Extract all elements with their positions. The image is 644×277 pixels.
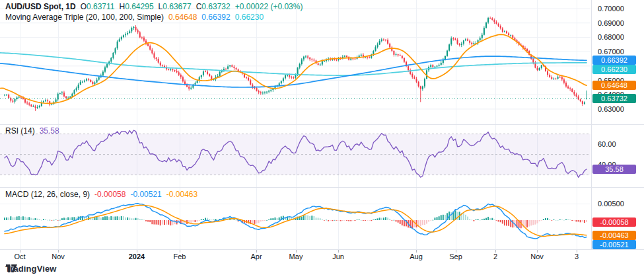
candle — [418, 82, 419, 87]
candle — [133, 27, 134, 28]
candle — [160, 63, 161, 65]
candle — [168, 69, 169, 70]
candle — [225, 69, 227, 69]
candle — [465, 39, 466, 40]
candle — [582, 101, 583, 104]
candle — [32, 106, 34, 107]
candle — [320, 65, 321, 65]
candle — [287, 75, 288, 76]
candle — [375, 47, 376, 51]
candle — [141, 37, 143, 38]
chart-canvas[interactable] — [0, 0, 644, 277]
candle — [236, 68, 237, 69]
macd-badge: -0.00058 — [592, 218, 636, 227]
candle — [35, 106, 36, 108]
candle — [557, 77, 559, 79]
candle — [268, 91, 269, 91]
price-badge: 0.66392 — [592, 56, 636, 65]
candle — [39, 106, 40, 107]
candle — [219, 72, 221, 76]
candle — [437, 65, 438, 66]
candle — [541, 65, 542, 68]
ma100-value: 0.66392 — [201, 13, 230, 22]
candle — [205, 71, 206, 72]
rsi-status-line[interactable]: RSI (14) 35.58 — [5, 126, 59, 136]
candle — [408, 66, 409, 70]
candle — [469, 41, 470, 43]
candle — [532, 59, 534, 63]
candle — [496, 22, 497, 24]
time-scale[interactable]: OctNov2024FebAprMayJunAugSep2Nov3 — [0, 249, 592, 265]
candle — [194, 83, 196, 84]
candle — [254, 88, 255, 89]
candle — [506, 31, 507, 33]
macd-signal-line[interactable] — [5, 205, 587, 236]
candle — [217, 76, 219, 77]
macd-line-value: -0.00521 — [130, 190, 161, 199]
candle — [485, 22, 487, 28]
macd-status-line[interactable]: MACD (12, 26, close, 9) -0.00058 -0.0052… — [5, 190, 197, 199]
candle — [309, 58, 310, 59]
candle — [400, 56, 401, 56]
tradingview-chart[interactable]: AUD/USD Spot, 1D O0.63711 H0.64295 L0.63… — [0, 0, 644, 277]
candle — [246, 77, 247, 78]
candle — [8, 95, 9, 98]
candle — [537, 68, 538, 71]
candle — [471, 43, 472, 44]
candle — [393, 51, 394, 55]
candle — [12, 100, 13, 102]
candle — [129, 31, 130, 33]
price-axis-label: 0.63000 — [598, 104, 624, 114]
tradingview-attribution[interactable]: TradingView — [5, 264, 56, 274]
time-axis-label: Apr — [240, 253, 272, 260]
macd-indicator-title: MACD (12, 26, close, 9) — [5, 190, 90, 199]
candle — [463, 40, 464, 44]
candle — [156, 58, 157, 59]
time-axis-label: Sep — [440, 253, 472, 260]
candle — [201, 75, 202, 77]
candle — [402, 56, 403, 58]
macd-badge: -0.00521 — [592, 240, 636, 249]
candle — [291, 77, 292, 77]
candle — [170, 69, 171, 70]
candle — [547, 71, 548, 75]
candle — [6, 95, 7, 95]
pane-divider[interactable] — [0, 187, 644, 188]
candle — [43, 101, 44, 102]
price-scale[interactable]: 0.700000.690000.680000.670000.660000.650… — [592, 0, 644, 249]
candle — [379, 41, 380, 44]
price-axis-label: 0.70000 — [598, 4, 624, 13]
candle — [24, 99, 26, 102]
candle — [88, 79, 89, 80]
candle — [404, 58, 405, 62]
pane-divider[interactable] — [0, 124, 644, 125]
candle — [143, 38, 145, 41]
ma200-value: 0.66230 — [235, 13, 264, 22]
candle — [307, 56, 308, 58]
candle — [115, 48, 116, 53]
time-axis-label: 2024 — [121, 253, 153, 260]
candle — [283, 78, 284, 81]
ma-status-line[interactable]: Moving Average Triple (20, 100, 200, Sim… — [5, 13, 264, 22]
candle — [227, 66, 229, 69]
candle — [96, 80, 98, 83]
macd-line[interactable] — [5, 204, 587, 239]
candle — [30, 104, 32, 106]
candle — [233, 67, 234, 68]
candle — [110, 58, 112, 61]
ma20-line[interactable] — [0, 34, 587, 103]
candle — [295, 75, 297, 78]
candle — [190, 88, 192, 89]
rsi-badge: 35.58 — [592, 165, 636, 174]
candle — [361, 55, 362, 56]
rsi-value: 35.58 — [40, 126, 59, 136]
candle — [441, 63, 442, 65]
rsi-indicator-title: RSI (14) — [5, 126, 35, 136]
candle — [334, 59, 335, 60]
candle — [473, 43, 474, 44]
symbol-status-line[interactable]: AUD/USD Spot, 1D O0.63711 H0.64295 L0.63… — [5, 2, 303, 11]
candle — [270, 90, 271, 91]
candle — [512, 35, 513, 38]
macd-badge: -0.00463 — [592, 231, 636, 240]
candle — [112, 53, 114, 58]
